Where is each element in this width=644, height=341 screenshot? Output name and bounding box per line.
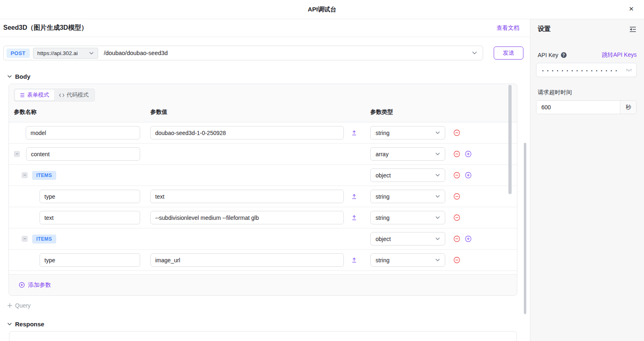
upload-icon[interactable] <box>351 215 357 221</box>
body-section-label: Body <box>15 73 31 80</box>
param-value-input[interactable] <box>150 190 344 203</box>
eye-off-icon[interactable] <box>626 68 632 73</box>
param-name-input[interactable] <box>40 253 140 267</box>
add-child-param-icon[interactable] <box>465 151 472 157</box>
path-input[interactable] <box>104 50 472 56</box>
send-button[interactable]: 发送 <box>494 46 523 60</box>
add-param-button[interactable]: 添加参数 <box>19 281 51 289</box>
tab-code-mode[interactable]: 代码模式 <box>54 90 94 100</box>
param-type-value: string <box>376 215 389 221</box>
param-name-cell: − ITEMS <box>14 235 150 244</box>
timeout-input[interactable] <box>536 101 620 114</box>
tab-form-mode[interactable]: ☰ 表单模式 <box>15 90 54 100</box>
response-section-header[interactable]: Response <box>7 321 530 328</box>
chevron-down-icon[interactable] <box>472 51 477 55</box>
param-type-select[interactable]: string <box>370 126 445 140</box>
chevron-down-icon <box>435 216 440 219</box>
row-actions <box>453 214 460 221</box>
chevron-down-icon <box>435 259 440 261</box>
add-param-label: 添加参数 <box>28 281 51 289</box>
table-scrollbar-thumb[interactable] <box>508 85 512 194</box>
list-icon: ☰ <box>20 92 25 98</box>
method-badge: POST <box>7 49 30 58</box>
rows-gap <box>9 271 517 274</box>
upload-icon[interactable] <box>351 257 357 263</box>
param-type-value: array <box>376 151 389 157</box>
request-bar: POST https://api.302.ai 发送 <box>3 46 523 60</box>
param-name-cell <box>14 126 150 140</box>
collapse-panel-icon[interactable] <box>629 26 637 33</box>
timeout-input-group: 秒 <box>536 100 637 114</box>
row-actions <box>453 235 472 242</box>
param-name-input[interactable] <box>40 190 140 203</box>
plus-icon <box>7 303 12 308</box>
page-scrollbar-thumb[interactable] <box>524 143 526 314</box>
column-type-label: 参数类型 <box>370 108 393 116</box>
base-url-value: https://api.302.ai <box>37 50 78 56</box>
remove-param-icon[interactable] <box>453 172 460 179</box>
param-columns-header: 参数名称 参数值 参数类型 <box>9 102 517 122</box>
code-icon <box>59 93 64 97</box>
upload-icon[interactable] <box>351 130 357 136</box>
param-table-row: − ITEMS object <box>9 165 517 186</box>
remove-param-icon[interactable] <box>453 235 460 242</box>
param-name-input[interactable] <box>40 211 140 224</box>
param-table-row: − array <box>9 144 517 165</box>
chevron-down-icon <box>435 195 440 198</box>
param-type-value: object <box>376 236 391 242</box>
collapse-row-button[interactable]: − <box>22 236 28 242</box>
param-value-cell <box>150 126 370 140</box>
remove-param-icon[interactable] <box>453 151 460 157</box>
main-panel: Seed3D（图片生成3D模型） 查看文档 POST https://api.3… <box>0 19 530 341</box>
collapse-row-button[interactable]: − <box>22 172 28 178</box>
body-params-card: ☰ 表单模式 代码模式 参数名称 参数值 参数类型 <box>9 84 517 296</box>
row-actions <box>453 129 460 136</box>
view-docs-link[interactable]: 查看文档 <box>497 24 519 32</box>
mode-tabs-row: ☰ 表单模式 代码模式 <box>9 84 517 102</box>
remove-param-icon[interactable] <box>453 257 460 264</box>
remove-param-icon[interactable] <box>453 214 460 221</box>
param-value-cell <box>150 190 370 203</box>
api-key-label: API Key <box>538 52 558 58</box>
jump-api-keys-link[interactable]: 跳转API Keys <box>602 51 637 59</box>
help-icon[interactable]: ? <box>561 52 567 58</box>
api-key-input[interactable]: •••••••••••••••• <box>536 63 637 77</box>
body-section-header[interactable]: Body <box>7 73 530 80</box>
param-type-value: string <box>376 193 389 200</box>
param-name-input[interactable] <box>26 147 140 161</box>
param-type-cell: string <box>370 253 453 267</box>
param-name-input[interactable] <box>26 126 140 140</box>
request-url-container: POST https://api.302.ai <box>3 46 483 60</box>
base-url-select[interactable]: https://api.302.ai <box>33 48 98 59</box>
add-child-param-icon[interactable] <box>465 235 472 242</box>
param-table-row: string <box>9 250 517 271</box>
param-type-select[interactable]: string <box>370 211 445 224</box>
param-type-select[interactable]: object <box>370 168 445 182</box>
page-title: Seed3D（图片生成3D模型） <box>3 24 88 32</box>
timeout-unit: 秒 <box>620 101 636 114</box>
query-section-header[interactable]: Query <box>7 302 530 309</box>
param-value-input[interactable] <box>150 211 344 224</box>
param-type-select[interactable]: string <box>370 253 445 267</box>
tab-form-label: 表单模式 <box>27 91 49 99</box>
chevron-down-icon <box>7 323 12 326</box>
remove-param-icon[interactable] <box>453 129 460 136</box>
param-type-select[interactable]: object <box>370 232 445 246</box>
add-child-param-icon[interactable] <box>465 172 472 179</box>
param-type-cell: object <box>370 232 453 246</box>
close-icon[interactable]: ✕ <box>629 6 634 12</box>
param-value-input[interactable] <box>150 253 344 267</box>
items-badge: ITEMS <box>32 171 56 180</box>
settings-panel: 设置 API Key ? 跳转API Keys ••••••••••••••••… <box>530 19 644 341</box>
param-type-value: object <box>376 172 391 179</box>
upload-icon[interactable] <box>351 193 357 199</box>
param-type-cell: string <box>370 190 453 203</box>
param-type-cell: object <box>370 168 453 182</box>
param-value-input[interactable] <box>150 126 344 140</box>
remove-param-icon[interactable] <box>453 193 460 200</box>
param-type-select[interactable]: array <box>370 147 445 161</box>
modal-header: API调试台 ✕ <box>0 0 644 19</box>
timeout-label: 请求超时时间 <box>536 89 637 96</box>
param-type-select[interactable]: string <box>370 190 445 203</box>
collapse-row-button[interactable]: − <box>14 151 20 157</box>
